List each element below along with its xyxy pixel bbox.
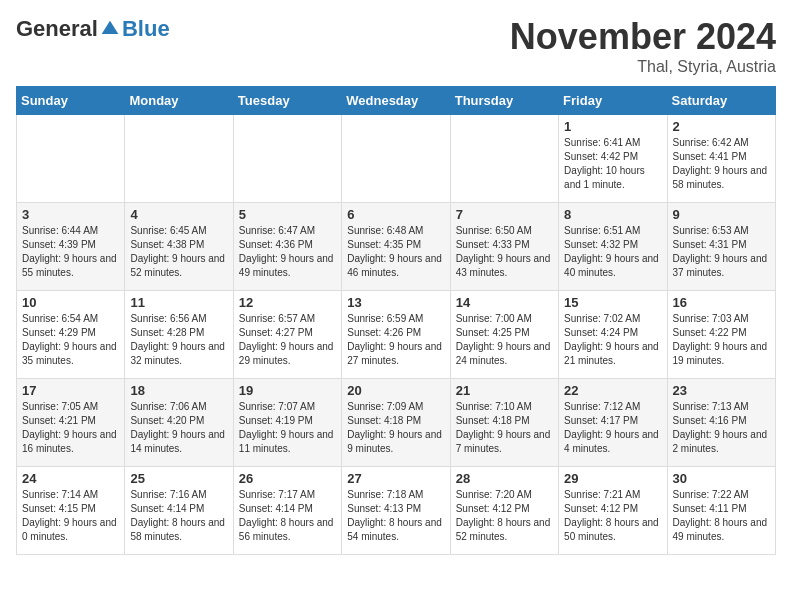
day-info: Sunrise: 7:17 AMSunset: 4:14 PMDaylight:… xyxy=(239,488,336,544)
day-info: Sunrise: 7:13 AMSunset: 4:16 PMDaylight:… xyxy=(673,400,770,456)
table-cell: 24Sunrise: 7:14 AMSunset: 4:15 PMDayligh… xyxy=(17,467,125,555)
week-row-4: 24Sunrise: 7:14 AMSunset: 4:15 PMDayligh… xyxy=(17,467,776,555)
day-number: 9 xyxy=(673,207,770,222)
day-number: 7 xyxy=(456,207,553,222)
day-info: Sunrise: 7:07 AMSunset: 4:19 PMDaylight:… xyxy=(239,400,336,456)
day-number: 10 xyxy=(22,295,119,310)
table-cell xyxy=(17,115,125,203)
day-number: 17 xyxy=(22,383,119,398)
table-cell: 20Sunrise: 7:09 AMSunset: 4:18 PMDayligh… xyxy=(342,379,450,467)
table-cell xyxy=(450,115,558,203)
day-number: 6 xyxy=(347,207,444,222)
week-row-1: 3Sunrise: 6:44 AMSunset: 4:39 PMDaylight… xyxy=(17,203,776,291)
day-number: 21 xyxy=(456,383,553,398)
day-number: 1 xyxy=(564,119,661,134)
header-saturday: Saturday xyxy=(667,87,775,115)
day-number: 23 xyxy=(673,383,770,398)
table-cell: 28Sunrise: 7:20 AMSunset: 4:12 PMDayligh… xyxy=(450,467,558,555)
day-info: Sunrise: 6:50 AMSunset: 4:33 PMDaylight:… xyxy=(456,224,553,280)
header-friday: Friday xyxy=(559,87,667,115)
day-info: Sunrise: 6:51 AMSunset: 4:32 PMDaylight:… xyxy=(564,224,661,280)
day-info: Sunrise: 6:54 AMSunset: 4:29 PMDaylight:… xyxy=(22,312,119,368)
table-cell: 16Sunrise: 7:03 AMSunset: 4:22 PMDayligh… xyxy=(667,291,775,379)
table-cell: 25Sunrise: 7:16 AMSunset: 4:14 PMDayligh… xyxy=(125,467,233,555)
day-info: Sunrise: 7:20 AMSunset: 4:12 PMDaylight:… xyxy=(456,488,553,544)
header-sunday: Sunday xyxy=(17,87,125,115)
day-info: Sunrise: 7:00 AMSunset: 4:25 PMDaylight:… xyxy=(456,312,553,368)
table-cell xyxy=(125,115,233,203)
table-cell: 8Sunrise: 6:51 AMSunset: 4:32 PMDaylight… xyxy=(559,203,667,291)
table-cell: 17Sunrise: 7:05 AMSunset: 4:21 PMDayligh… xyxy=(17,379,125,467)
day-number: 24 xyxy=(22,471,119,486)
day-info: Sunrise: 6:48 AMSunset: 4:35 PMDaylight:… xyxy=(347,224,444,280)
day-number: 2 xyxy=(673,119,770,134)
day-info: Sunrise: 7:05 AMSunset: 4:21 PMDaylight:… xyxy=(22,400,119,456)
calendar-table: Sunday Monday Tuesday Wednesday Thursday… xyxy=(16,86,776,555)
day-number: 26 xyxy=(239,471,336,486)
logo-icon xyxy=(100,19,120,39)
header-wednesday: Wednesday xyxy=(342,87,450,115)
day-number: 13 xyxy=(347,295,444,310)
day-number: 16 xyxy=(673,295,770,310)
header-thursday: Thursday xyxy=(450,87,558,115)
logo-blue: Blue xyxy=(122,16,170,42)
table-cell: 23Sunrise: 7:13 AMSunset: 4:16 PMDayligh… xyxy=(667,379,775,467)
day-number: 25 xyxy=(130,471,227,486)
day-number: 20 xyxy=(347,383,444,398)
day-info: Sunrise: 7:09 AMSunset: 4:18 PMDaylight:… xyxy=(347,400,444,456)
header-monday: Monday xyxy=(125,87,233,115)
day-number: 18 xyxy=(130,383,227,398)
table-cell: 13Sunrise: 6:59 AMSunset: 4:26 PMDayligh… xyxy=(342,291,450,379)
day-number: 5 xyxy=(239,207,336,222)
table-cell: 26Sunrise: 7:17 AMSunset: 4:14 PMDayligh… xyxy=(233,467,341,555)
day-info: Sunrise: 7:14 AMSunset: 4:15 PMDaylight:… xyxy=(22,488,119,544)
table-cell: 2Sunrise: 6:42 AMSunset: 4:41 PMDaylight… xyxy=(667,115,775,203)
table-cell: 11Sunrise: 6:56 AMSunset: 4:28 PMDayligh… xyxy=(125,291,233,379)
day-info: Sunrise: 6:59 AMSunset: 4:26 PMDaylight:… xyxy=(347,312,444,368)
day-number: 3 xyxy=(22,207,119,222)
table-cell: 9Sunrise: 6:53 AMSunset: 4:31 PMDaylight… xyxy=(667,203,775,291)
day-info: Sunrise: 6:57 AMSunset: 4:27 PMDaylight:… xyxy=(239,312,336,368)
table-cell: 19Sunrise: 7:07 AMSunset: 4:19 PMDayligh… xyxy=(233,379,341,467)
title-area: November 2024 Thal, Styria, Austria xyxy=(510,16,776,76)
day-number: 19 xyxy=(239,383,336,398)
day-info: Sunrise: 6:45 AMSunset: 4:38 PMDaylight:… xyxy=(130,224,227,280)
table-cell: 4Sunrise: 6:45 AMSunset: 4:38 PMDaylight… xyxy=(125,203,233,291)
day-info: Sunrise: 7:12 AMSunset: 4:17 PMDaylight:… xyxy=(564,400,661,456)
day-info: Sunrise: 7:21 AMSunset: 4:12 PMDaylight:… xyxy=(564,488,661,544)
day-info: Sunrise: 7:10 AMSunset: 4:18 PMDaylight:… xyxy=(456,400,553,456)
table-cell xyxy=(342,115,450,203)
header-tuesday: Tuesday xyxy=(233,87,341,115)
weekday-header-row: Sunday Monday Tuesday Wednesday Thursday… xyxy=(17,87,776,115)
day-number: 29 xyxy=(564,471,661,486)
table-cell: 10Sunrise: 6:54 AMSunset: 4:29 PMDayligh… xyxy=(17,291,125,379)
table-cell: 18Sunrise: 7:06 AMSunset: 4:20 PMDayligh… xyxy=(125,379,233,467)
table-cell: 30Sunrise: 7:22 AMSunset: 4:11 PMDayligh… xyxy=(667,467,775,555)
month-title: November 2024 xyxy=(510,16,776,58)
logo-general: General xyxy=(16,16,98,42)
week-row-2: 10Sunrise: 6:54 AMSunset: 4:29 PMDayligh… xyxy=(17,291,776,379)
day-info: Sunrise: 7:03 AMSunset: 4:22 PMDaylight:… xyxy=(673,312,770,368)
day-info: Sunrise: 6:41 AMSunset: 4:42 PMDaylight:… xyxy=(564,136,661,192)
day-info: Sunrise: 6:53 AMSunset: 4:31 PMDaylight:… xyxy=(673,224,770,280)
day-number: 14 xyxy=(456,295,553,310)
table-cell: 15Sunrise: 7:02 AMSunset: 4:24 PMDayligh… xyxy=(559,291,667,379)
table-cell: 5Sunrise: 6:47 AMSunset: 4:36 PMDaylight… xyxy=(233,203,341,291)
week-row-3: 17Sunrise: 7:05 AMSunset: 4:21 PMDayligh… xyxy=(17,379,776,467)
day-info: Sunrise: 6:42 AMSunset: 4:41 PMDaylight:… xyxy=(673,136,770,192)
day-info: Sunrise: 6:44 AMSunset: 4:39 PMDaylight:… xyxy=(22,224,119,280)
location-title: Thal, Styria, Austria xyxy=(510,58,776,76)
table-cell: 6Sunrise: 6:48 AMSunset: 4:35 PMDaylight… xyxy=(342,203,450,291)
day-info: Sunrise: 6:56 AMSunset: 4:28 PMDaylight:… xyxy=(130,312,227,368)
logo: General Blue xyxy=(16,16,170,42)
day-number: 12 xyxy=(239,295,336,310)
day-info: Sunrise: 7:22 AMSunset: 4:11 PMDaylight:… xyxy=(673,488,770,544)
table-cell: 21Sunrise: 7:10 AMSunset: 4:18 PMDayligh… xyxy=(450,379,558,467)
table-cell: 1Sunrise: 6:41 AMSunset: 4:42 PMDaylight… xyxy=(559,115,667,203)
table-cell: 14Sunrise: 7:00 AMSunset: 4:25 PMDayligh… xyxy=(450,291,558,379)
day-number: 22 xyxy=(564,383,661,398)
day-info: Sunrise: 7:02 AMSunset: 4:24 PMDaylight:… xyxy=(564,312,661,368)
table-cell: 3Sunrise: 6:44 AMSunset: 4:39 PMDaylight… xyxy=(17,203,125,291)
table-cell: 22Sunrise: 7:12 AMSunset: 4:17 PMDayligh… xyxy=(559,379,667,467)
day-number: 4 xyxy=(130,207,227,222)
